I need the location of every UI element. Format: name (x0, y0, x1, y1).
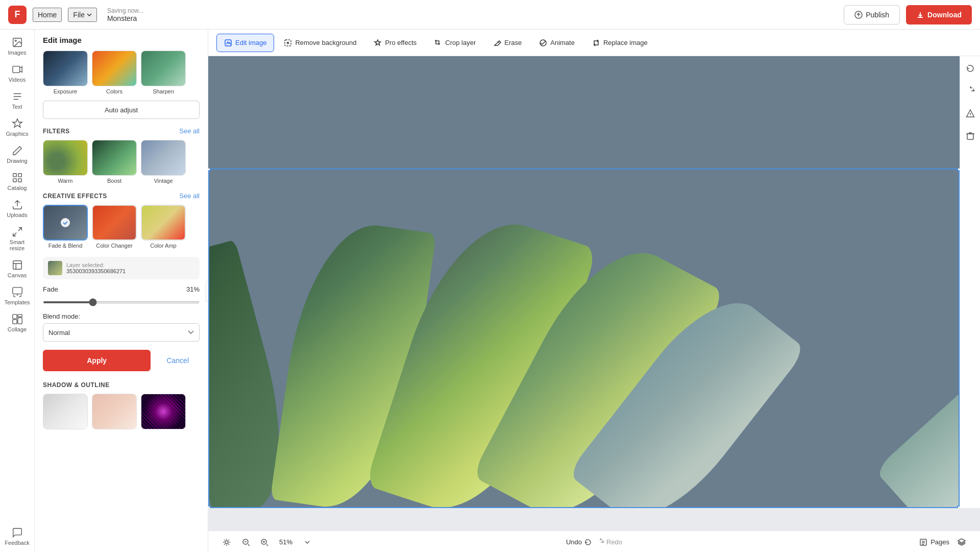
undo-button[interactable]: Undo (566, 538, 592, 546)
filter-warm[interactable]: Warm (43, 140, 88, 184)
boost-thumbnail (92, 140, 137, 176)
zoom-chevron-icon (305, 541, 310, 544)
fade-slider[interactable] (43, 301, 200, 303)
sidebar-item-templates[interactable]: Templates (3, 283, 32, 308)
adjustment-exposure[interactable]: Exposure (43, 51, 88, 94)
app-logo[interactable]: F (8, 6, 27, 24)
creative-see-all[interactable]: See all (179, 192, 200, 200)
shadow-2[interactable] (92, 394, 137, 429)
adjustment-sharpen[interactable]: Sharpen (141, 51, 186, 94)
checkmark-icon (60, 218, 70, 228)
edit-panel: Edit image Exposure Colors Sharpen Auto … (35, 30, 208, 553)
svg-point-2 (15, 40, 16, 41)
delete-right-button[interactable] (962, 128, 978, 144)
toolbar-animate[interactable]: Animate (531, 34, 582, 52)
toolbar-crop-layer[interactable]: Crop layer (426, 34, 483, 52)
shadow-thumb-3 (141, 394, 186, 429)
zoom-out-button[interactable] (239, 535, 253, 549)
undo-right-button[interactable] (962, 60, 978, 77)
redo-icon (596, 538, 604, 546)
layers-button[interactable] (953, 534, 970, 550)
toolbar-replace-image[interactable]: Replace image (584, 34, 655, 52)
sidebar-item-images[interactable]: Images (3, 34, 32, 59)
sidebar-item-videos[interactable]: Videos (3, 61, 32, 86)
sidebar-item-uploads[interactable]: Uploads (3, 196, 32, 221)
templates-icon (12, 286, 23, 298)
undo-right-icon (966, 64, 975, 73)
saving-indicator: Saving now... Monstera (107, 7, 143, 22)
download-icon (916, 11, 924, 19)
cancel-button[interactable]: Cancel (156, 350, 200, 371)
fade-blend-thumbnail (43, 205, 88, 241)
sidebar-item-smart-resize[interactable]: Smart resize (3, 223, 32, 254)
canvas-area[interactable] (208, 56, 980, 531)
svg-rect-6 (13, 179, 16, 182)
zoom-in-button[interactable] (257, 535, 272, 549)
svg-point-14 (61, 218, 70, 227)
icon-sidebar: Images Videos Text Graphics Drawing Cata… (0, 30, 35, 553)
sidebar-item-collage[interactable]: Collage (3, 310, 32, 335)
creative-color-changer[interactable]: Color Changer (92, 205, 137, 249)
zoom-value[interactable]: 51% (276, 538, 296, 546)
zoom-dropdown-button[interactable] (300, 535, 314, 549)
vintage-thumbnail (141, 140, 186, 176)
color-amp-thumbnail (141, 205, 186, 241)
adjustment-colors[interactable]: Colors (92, 51, 137, 94)
home-button[interactable]: Home (33, 8, 62, 22)
publish-button[interactable]: Publish (844, 5, 900, 25)
sidebar-item-drawing[interactable]: Drawing (3, 142, 32, 167)
apply-button[interactable]: Apply (43, 350, 151, 371)
sidebar-item-catalog[interactable]: Catalog (3, 169, 32, 194)
pages-button[interactable]: Pages (919, 538, 949, 546)
auto-adjust-button[interactable]: Auto adjust (43, 101, 200, 119)
chevron-down-icon (87, 13, 92, 16)
creative-fade-blend[interactable]: Fade & Blend (43, 205, 88, 249)
download-button[interactable]: Download (906, 5, 972, 25)
sidebar-item-feedback[interactable]: Feedback (3, 524, 32, 549)
filters-see-all[interactable]: See all (179, 127, 200, 135)
pro-effects-icon (374, 39, 382, 47)
filter-vintage[interactable]: Vintage (141, 140, 186, 184)
redo-right-button[interactable] (962, 83, 978, 99)
sidebar-item-canvas[interactable]: Canvas (3, 256, 32, 281)
handle-tl[interactable] (208, 169, 211, 171)
toolbar-remove-background[interactable]: Remove background (276, 34, 364, 52)
panel-title: Edit image (43, 36, 200, 44)
graphics-icon (12, 118, 23, 129)
collage-icon (12, 314, 23, 325)
sidebar-item-text[interactable]: Text (3, 88, 32, 113)
toolbar-erase[interactable]: Erase (485, 34, 529, 52)
filter-boost[interactable]: Boost (92, 140, 137, 184)
shadow-row (43, 394, 200, 429)
shadow-1[interactable] (43, 394, 88, 429)
sidebar-item-graphics[interactable]: Graphics (3, 115, 32, 140)
redo-button[interactable]: Redo (596, 538, 622, 546)
replace-icon (592, 39, 600, 47)
toolbar-edit-image[interactable]: Edit image (216, 34, 274, 52)
redo-right-icon (966, 86, 975, 95)
top-toolbar: Edit image Remove background Pro effects… (208, 30, 980, 56)
bottom-right: Pages (719, 534, 970, 550)
toolbar-pro-effects[interactable]: Pro effects (366, 34, 424, 52)
selected-overlay (44, 206, 87, 239)
adjustments-row: Exposure Colors Sharpen (43, 51, 200, 94)
warning-right-button[interactable] (962, 105, 978, 122)
creative-color-amp[interactable]: Color Amp (141, 205, 186, 249)
video-icon (12, 64, 23, 75)
zoom-in-icon (260, 538, 268, 546)
bottom-bar: 51% Undo Redo Pages (208, 531, 980, 553)
shadow-thumb-1 (43, 394, 88, 429)
blend-mode-select[interactable]: Normal Multiply Screen Overlay Darken Li… (43, 323, 200, 342)
svg-point-19 (225, 541, 228, 544)
handle-bl[interactable] (208, 506, 211, 508)
file-menu-button[interactable]: File (68, 8, 97, 22)
blend-mode-label: Blend mode: (43, 312, 200, 320)
drawing-icon (12, 145, 23, 156)
svg-rect-3 (12, 66, 19, 73)
canvas-image-container (208, 169, 960, 508)
filters-row: Warm Boost Vintage (43, 140, 200, 184)
settings-button[interactable] (218, 534, 235, 550)
svg-rect-8 (13, 261, 21, 270)
shadow-3[interactable] (141, 394, 186, 429)
layer-selected-box: Layer selected: 3530030393350686271 (43, 257, 200, 279)
